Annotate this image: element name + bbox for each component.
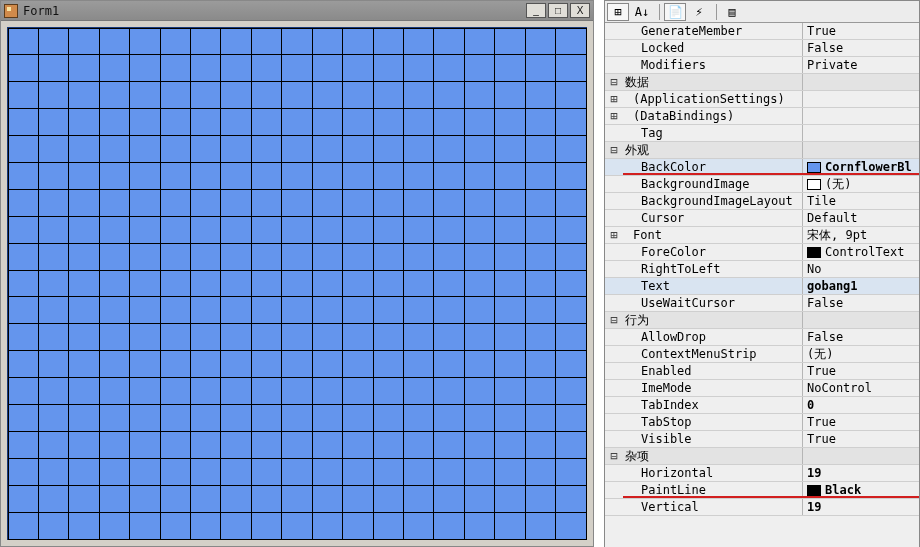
property-value-text: NoControl bbox=[807, 380, 872, 396]
property-row[interactable]: ⊞(DataBindings) bbox=[605, 108, 919, 125]
toolbar-separator bbox=[716, 4, 717, 20]
property-value-text: False bbox=[807, 329, 843, 345]
property-value[interactable]: Private bbox=[803, 57, 919, 73]
property-row[interactable]: TabStopTrue bbox=[605, 414, 919, 431]
property-value[interactable] bbox=[803, 142, 919, 158]
property-name: BackgroundImage bbox=[623, 176, 803, 192]
property-row[interactable]: LockedFalse bbox=[605, 40, 919, 57]
titlebar[interactable]: Form1 _ □ X bbox=[1, 1, 593, 21]
expand-toggle[interactable]: ⊟ bbox=[605, 142, 623, 158]
property-value[interactable] bbox=[803, 312, 919, 328]
properties-pane: ⊞ A↓ 📄 ⚡ ▤ GenerateMemberTrueLockedFalse… bbox=[604, 0, 920, 547]
splitter[interactable] bbox=[594, 0, 604, 547]
property-row[interactable]: ForeColorControlText bbox=[605, 244, 919, 261]
property-value[interactable]: Black bbox=[803, 482, 919, 498]
properties-button[interactable]: 📄 bbox=[664, 3, 686, 21]
property-value[interactable]: Tile bbox=[803, 193, 919, 209]
property-value[interactable]: CornflowerBl bbox=[803, 159, 919, 175]
expand-toggle[interactable]: ⊟ bbox=[605, 448, 623, 464]
property-value[interactable]: False bbox=[803, 329, 919, 345]
property-value[interactable]: 宋体, 9pt bbox=[803, 227, 919, 243]
property-row[interactable]: UseWaitCursorFalse bbox=[605, 295, 919, 312]
property-value[interactable]: Default bbox=[803, 210, 919, 226]
category-row[interactable]: ⊟外观 bbox=[605, 142, 919, 159]
expand-toggle[interactable]: ⊞ bbox=[605, 91, 623, 107]
property-value-text: No bbox=[807, 261, 821, 277]
gutter bbox=[605, 380, 623, 396]
gutter bbox=[605, 278, 623, 294]
gutter bbox=[605, 499, 623, 515]
property-value[interactable]: (无) bbox=[803, 346, 919, 362]
property-value[interactable]: True bbox=[803, 414, 919, 430]
property-row[interactable]: ImeModeNoControl bbox=[605, 380, 919, 397]
property-pages-button[interactable]: ▤ bbox=[721, 3, 743, 21]
property-row[interactable]: TabIndex0 bbox=[605, 397, 919, 414]
property-row[interactable]: ContextMenuStrip(无) bbox=[605, 346, 919, 363]
property-value[interactable]: (无) bbox=[803, 176, 919, 192]
property-value[interactable]: No bbox=[803, 261, 919, 277]
property-value-text: False bbox=[807, 295, 843, 311]
property-value[interactable]: 19 bbox=[803, 499, 919, 515]
property-row[interactable]: BackgroundImageLayoutTile bbox=[605, 193, 919, 210]
gutter bbox=[605, 482, 623, 498]
property-row[interactable]: AllowDropFalse bbox=[605, 329, 919, 346]
property-value[interactable]: False bbox=[803, 295, 919, 311]
property-value-text: True bbox=[807, 431, 836, 447]
property-row[interactable]: ⊞Font宋体, 9pt bbox=[605, 227, 919, 244]
property-value[interactable] bbox=[803, 448, 919, 464]
property-value[interactable]: 0 bbox=[803, 397, 919, 413]
property-row[interactable]: Textgobang1 bbox=[605, 278, 919, 295]
expand-toggle[interactable]: ⊞ bbox=[605, 227, 623, 243]
property-value[interactable]: True bbox=[803, 23, 919, 39]
category-row[interactable]: ⊟数据 bbox=[605, 74, 919, 91]
property-row[interactable]: Horizontal19 bbox=[605, 465, 919, 482]
categorized-button[interactable]: ⊞ bbox=[607, 3, 629, 21]
property-value[interactable]: True bbox=[803, 431, 919, 447]
property-value[interactable] bbox=[803, 125, 919, 141]
property-value-text: 宋体, 9pt bbox=[807, 227, 867, 243]
maximize-button[interactable]: □ bbox=[548, 3, 568, 18]
expand-toggle[interactable]: ⊟ bbox=[605, 74, 623, 90]
property-row[interactable]: CursorDefault bbox=[605, 210, 919, 227]
property-value[interactable]: True bbox=[803, 363, 919, 379]
property-value[interactable]: gobang1 bbox=[803, 278, 919, 294]
property-value[interactable]: 19 bbox=[803, 465, 919, 481]
minimize-button[interactable]: _ bbox=[526, 3, 546, 18]
property-value[interactable] bbox=[803, 108, 919, 124]
alphabetical-button[interactable]: A↓ bbox=[631, 3, 653, 21]
color-swatch bbox=[807, 247, 821, 258]
property-row[interactable]: VisibleTrue bbox=[605, 431, 919, 448]
events-button[interactable]: ⚡ bbox=[688, 3, 710, 21]
property-row[interactable]: BackgroundImage(无) bbox=[605, 176, 919, 193]
property-row[interactable]: GenerateMemberTrue bbox=[605, 23, 919, 40]
close-button[interactable]: X bbox=[570, 3, 590, 18]
property-row[interactable]: RightToLeftNo bbox=[605, 261, 919, 278]
category-row[interactable]: ⊟杂项 bbox=[605, 448, 919, 465]
property-grid[interactable]: GenerateMemberTrueLockedFalseModifiersPr… bbox=[605, 23, 919, 547]
properties-toolbar: ⊞ A↓ 📄 ⚡ ▤ bbox=[605, 1, 919, 23]
property-row[interactable]: ⊞(ApplicationSettings) bbox=[605, 91, 919, 108]
property-value[interactable]: False bbox=[803, 40, 919, 56]
gutter bbox=[605, 125, 623, 141]
property-row[interactable]: EnabledTrue bbox=[605, 363, 919, 380]
property-value-text: False bbox=[807, 40, 843, 56]
property-row[interactable]: Vertical19 bbox=[605, 499, 919, 516]
property-value[interactable]: ControlText bbox=[803, 244, 919, 260]
expand-toggle[interactable]: ⊟ bbox=[605, 312, 623, 328]
property-value[interactable] bbox=[803, 74, 919, 90]
property-row[interactable]: BackColorCornflowerBl bbox=[605, 159, 919, 176]
property-value-text: gobang1 bbox=[807, 278, 858, 294]
property-value[interactable] bbox=[803, 91, 919, 107]
category-row[interactable]: ⊟行为 bbox=[605, 312, 919, 329]
property-value[interactable]: NoControl bbox=[803, 380, 919, 396]
gobang-board[interactable] bbox=[7, 27, 587, 540]
gutter bbox=[605, 57, 623, 73]
property-row[interactable]: PaintLineBlack bbox=[605, 482, 919, 499]
property-row[interactable]: Tag bbox=[605, 125, 919, 142]
form-window: Form1 _ □ X bbox=[0, 0, 594, 547]
expand-toggle[interactable]: ⊞ bbox=[605, 108, 623, 124]
color-swatch bbox=[807, 485, 821, 496]
gutter bbox=[605, 414, 623, 430]
property-name: Visible bbox=[623, 431, 803, 447]
property-row[interactable]: ModifiersPrivate bbox=[605, 57, 919, 74]
